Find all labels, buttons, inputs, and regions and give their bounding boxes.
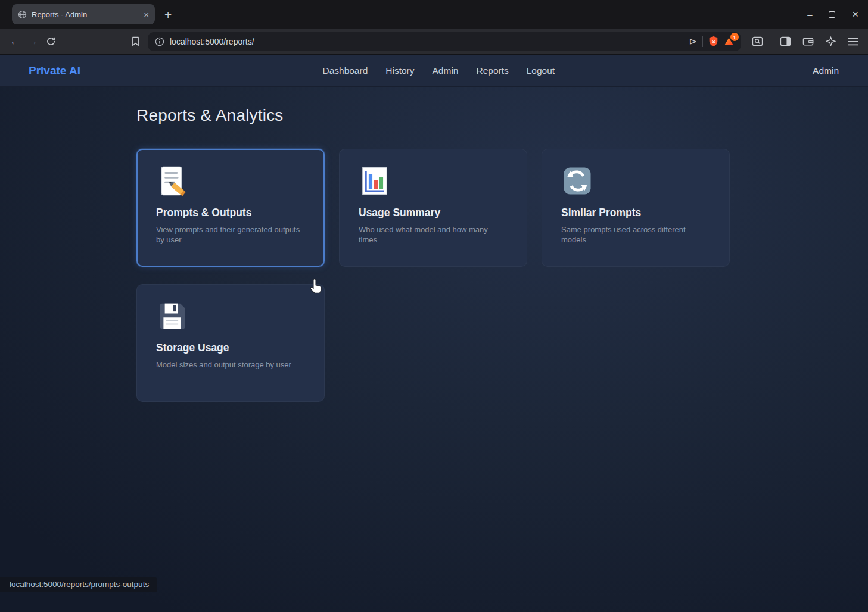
window-close-button[interactable]: × xyxy=(852,9,858,20)
window-maximize-button[interactable] xyxy=(829,11,835,18)
url-text[interactable]: localhost:5000/reports/ xyxy=(170,37,254,46)
reload-button[interactable] xyxy=(42,33,60,51)
brand-logo[interactable]: Private AI xyxy=(29,64,80,77)
floppy-disk-icon xyxy=(156,300,305,333)
card-prompts-outputs[interactable]: Prompts & Outputs View prompts and their… xyxy=(136,149,325,267)
card-description: Model sizes and output storage by user xyxy=(156,360,305,370)
nav-link-logout[interactable]: Logout xyxy=(527,65,555,76)
brave-shields-icon[interactable] xyxy=(708,36,718,47)
card-description: Same prompts used across different model… xyxy=(561,224,710,245)
card-similar-prompts[interactable]: Similar Prompts Same prompts used across… xyxy=(542,149,730,267)
card-title: Storage Usage xyxy=(156,342,305,354)
nav-link-dashboard[interactable]: Dashboard xyxy=(322,65,368,76)
rewards-badge-count: 1 xyxy=(730,33,739,41)
toolbar-right-icons xyxy=(748,33,862,51)
page-title: Reports & Analytics xyxy=(136,106,284,125)
divider xyxy=(702,36,703,47)
new-tab-button[interactable]: + xyxy=(164,8,172,21)
status-bar-link-preview: localhost:5000/reports/prompts-outputs xyxy=(0,577,157,592)
page-content: Reports & Analytics Prompts & Outp xyxy=(0,87,868,612)
site-info-icon[interactable] xyxy=(155,37,164,46)
window-minimize-button[interactable]: – xyxy=(807,10,812,19)
card-description: Who used what model and how many times xyxy=(359,224,508,245)
card-description: View prompts and their generated outputs… xyxy=(156,224,305,245)
nav-links: Dashboard History Admin Reports Logout xyxy=(322,55,555,87)
memo-pencil-icon xyxy=(156,165,305,198)
window-controls: – × xyxy=(807,9,858,20)
card-title: Similar Prompts xyxy=(561,207,710,219)
search-panel-icon[interactable] xyxy=(748,33,766,51)
sidebar-toggle-icon[interactable] xyxy=(776,33,794,51)
report-cards-grid: Prompts & Outputs View prompts and their… xyxy=(136,149,730,402)
share-send-icon[interactable]: ⊳ xyxy=(689,36,697,47)
back-button[interactable]: ← xyxy=(6,33,24,51)
card-storage-usage[interactable]: Storage Usage Model sizes and output sto… xyxy=(136,284,325,402)
menu-hamburger-icon[interactable] xyxy=(844,33,862,51)
nav-link-reports[interactable]: Reports xyxy=(476,65,508,76)
bookmark-icon[interactable] xyxy=(126,33,144,51)
counterclockwise-arrows-icon xyxy=(561,165,710,198)
current-user-label: Admin xyxy=(813,65,839,76)
site-favicon-globe-icon xyxy=(18,10,27,19)
divider xyxy=(771,36,771,47)
nav-link-admin[interactable]: Admin xyxy=(433,65,459,76)
card-usage-summary[interactable]: Usage Summary Who used what model and ho… xyxy=(339,149,527,267)
brave-rewards-icon[interactable]: 1 xyxy=(724,37,734,46)
nav-link-history[interactable]: History xyxy=(385,65,414,76)
forward-button[interactable]: → xyxy=(24,33,42,51)
url-bar[interactable]: localhost:5000/reports/ ⊳ 1 xyxy=(148,32,741,51)
tab-close-icon[interactable]: × xyxy=(144,10,149,20)
leo-ai-sparkle-icon[interactable] xyxy=(822,33,839,51)
card-title: Usage Summary xyxy=(359,207,508,219)
card-title: Prompts & Outputs xyxy=(156,207,305,219)
tab-title: Reports - Admin xyxy=(32,10,139,19)
site-navbar: Private AI Dashboard History Admin Repor… xyxy=(0,55,868,87)
browser-toolbar: ← → localhost:5000/reports/ ⊳ xyxy=(0,29,868,55)
browser-tab[interactable]: Reports - Admin × xyxy=(12,4,155,24)
bar-chart-icon xyxy=(359,165,508,198)
wallet-icon[interactable] xyxy=(799,33,817,51)
mouse-cursor-pointer xyxy=(309,278,323,294)
browser-tab-bar: Reports - Admin × + – × xyxy=(0,0,868,29)
